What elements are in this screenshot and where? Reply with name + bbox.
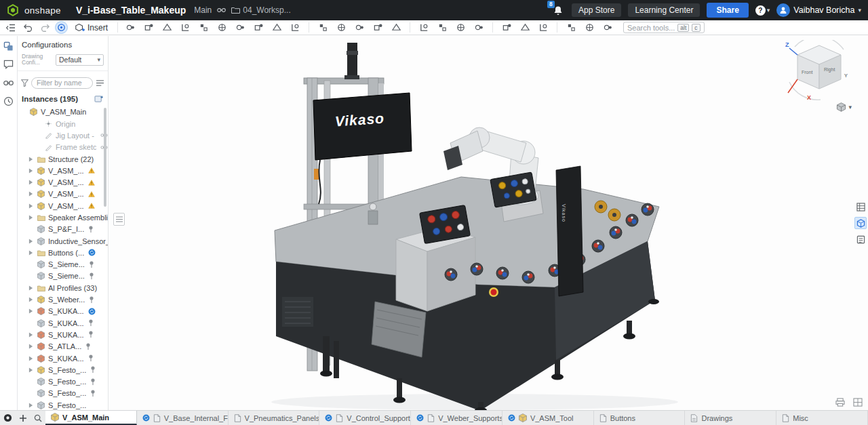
document-title[interactable]: V_i-Base_Table_Makeup [76,5,186,16]
view-cube[interactable]: Front Right Z Y X [785,40,853,104]
bom-table-icon[interactable] [564,21,578,34]
standard-content-icon[interactable] [472,21,486,34]
help-menu-icon[interactable] [0,411,16,425]
tree-item[interactable]: Structure (22) [18,153,108,165]
tab-v-asm-tool[interactable]: V_ASM_Tool [502,411,594,425]
circular-pattern-icon[interactable] [435,21,449,34]
search-tools-box[interactable]: Search tools... alt c [623,22,705,33]
frame-tool-icon[interactable] [601,21,614,34]
parallel-mate-icon[interactable] [252,21,265,34]
viewcube-right-face[interactable]: Right [824,67,835,72]
pin-slot-mate-icon[interactable] [215,21,229,34]
tab-v-pneumatics-panels[interactable]: V_Pneumatics_Panels [229,411,320,425]
workspace-folder[interactable]: 04_Worksp... [231,5,290,15]
expand-chevron-icon[interactable] [28,344,34,349]
tree-item[interactable]: V_ASM_... [18,188,108,200]
learning-center-button[interactable]: Learning Center [628,3,700,17]
tab-drawings[interactable]: Drawings [685,411,776,425]
tree-item[interactable]: S_KUKA... [18,352,108,364]
insert-item-icon[interactable] [3,40,15,52]
expand-chevron-icon[interactable] [28,332,34,338]
appearance-panel-icon[interactable] [854,217,867,229]
history-icon[interactable] [3,95,15,107]
expand-chevron-icon[interactable] [28,250,34,256]
tree-item[interactable]: Al Profiles (33) [18,282,108,294]
tree-item[interactable]: S_KUKA... [18,329,108,340]
mate-relation-icon[interactable] [334,21,348,34]
expand-chevron-icon[interactable] [28,157,34,162]
tab-v-weber-supports[interactable]: V_Weber_Supports [411,411,502,425]
app-store-button[interactable]: App Store [572,3,621,17]
expand-chevron-icon[interactable] [28,356,34,361]
panel-resize-handle[interactable] [113,213,125,226]
snap-mode-icon[interactable] [55,21,68,34]
expand-chevron-icon[interactable] [28,180,34,185]
grid-settings-icon[interactable] [853,398,863,407]
expand-chevron-icon[interactable] [28,168,34,174]
link-icon[interactable] [217,7,226,13]
add-tab-button[interactable] [16,411,31,425]
expand-chevron-icon[interactable] [28,285,34,291]
linked-documents-icon[interactable] [3,77,15,89]
insert-instance-icon[interactable] [94,95,104,103]
notifications-bell-icon[interactable]: 8 [551,3,565,17]
tree-item[interactable]: S_Festo_... [18,399,108,410]
expand-chevron-icon[interactable] [28,367,34,373]
onshape-logo-icon[interactable] [7,4,19,16]
undo-icon[interactable] [21,21,35,34]
tree-item[interactable]: V_ASM_Main [18,106,108,118]
share-button[interactable]: Share [707,3,748,18]
filter-input[interactable] [31,77,93,89]
tree-scrollbar[interactable] [104,108,106,207]
tangent-mate-icon[interactable] [270,21,283,34]
bom-panel-icon[interactable] [854,201,867,213]
tab-misc[interactable]: Misc [776,411,868,425]
linear-pattern-icon[interactable] [417,21,431,34]
user-menu[interactable]: Vaibhav Boricha ▾ [776,3,861,17]
comments-icon[interactable] [3,58,15,70]
tree-item[interactable]: Buttons (... [18,247,108,258]
expand-chevron-icon[interactable] [28,239,34,244]
revolute-mate-icon[interactable] [142,21,155,34]
expand-chevron-icon[interactable] [28,203,34,209]
tree-item[interactable]: S_Festo_... [18,388,108,399]
tree-item[interactable]: S_Festo_... [18,376,108,388]
expand-chevron-icon[interactable] [28,308,34,314]
screw-relation-icon[interactable] [389,21,403,34]
expand-chevron-icon[interactable] [28,403,34,408]
branch-label[interactable]: Main [194,5,212,15]
tree-item[interactable]: Speaker Assemblie... [18,211,108,223]
collapse-panel-icon[interactable] [4,21,18,34]
planar-mate-icon[interactable] [178,21,192,34]
tree-item[interactable]: V_ASM_... [18,176,108,188]
configuration-dropdown[interactable]: Default ▾ [56,54,104,66]
fasten-mate-icon[interactable] [123,21,137,34]
tree-item[interactable]: Jig Layout - ... [18,129,108,141]
display-mode-dropdown[interactable]: ▾ [836,102,852,112]
help-menu[interactable]: ? ▾ [755,5,770,16]
rack-pinion-relation-icon[interactable] [371,21,384,34]
viewcube-front-face[interactable]: Front [802,70,812,75]
expand-chevron-icon[interactable] [28,215,34,220]
tree-item[interactable]: Origin [18,118,108,129]
help-icon[interactable]: ? [755,5,766,16]
tree-item[interactable]: S_Weber... [18,294,108,305]
slider-mate-icon[interactable] [160,21,174,34]
tree-item[interactable]: S_P&F_I... [18,224,108,235]
assembly-3d-model[interactable] [108,36,868,410]
replicate-icon[interactable] [454,21,467,34]
print-icon[interactable] [835,398,845,407]
tab-buttons[interactable]: Buttons [594,411,686,425]
ball-mate-icon[interactable] [233,21,247,34]
cylindrical-mate-icon[interactable] [197,21,210,34]
tree-item[interactable]: S_Sieme... [18,259,108,270]
tab-v-base-internal-fr[interactable]: V_Base_Internal_Fr... [137,411,229,425]
configuration-panel-icon[interactable] [854,233,867,245]
snapshot-icon[interactable] [518,21,532,34]
tree-item[interactable]: V_ASM_... [18,200,108,211]
tab-v-control-supports[interactable]: V_Control_Supports [319,411,411,425]
search-tabs-icon[interactable] [31,411,45,425]
tree-item[interactable]: S_Sieme... [18,270,108,282]
list-options-icon[interactable] [96,79,104,87]
measure-tool-icon[interactable] [583,21,596,34]
